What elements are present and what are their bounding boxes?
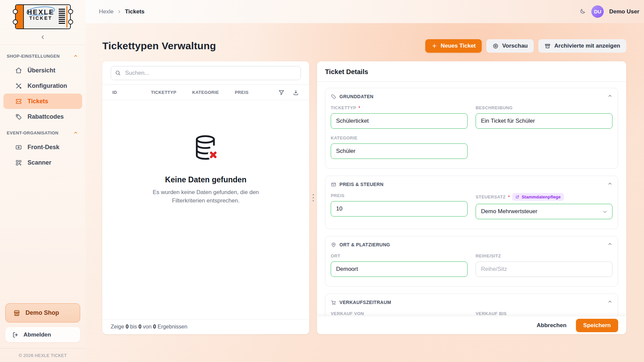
- sidebar-item-front-desk[interactable]: Front-Desk: [3, 139, 82, 155]
- archive-icon: [544, 43, 551, 49]
- download-icon[interactable]: [292, 89, 299, 96]
- cancel-button[interactable]: Abbrechen: [537, 322, 567, 329]
- app-window: HEXLE TICKET SHOP-EINSTELLUNGEN Übersich…: [0, 0, 644, 362]
- logout-button[interactable]: Abmelden: [5, 327, 80, 342]
- section-ort-platzierung: ORT & PLATZIERUNG ORT: [325, 236, 618, 287]
- column-preis[interactable]: PREIS: [235, 90, 249, 95]
- sidebar-item-label: Rabattcodes: [28, 113, 64, 120]
- section-title: GRUNDDATEN: [339, 94, 374, 99]
- breadcrumb: Hexle Tickets: [99, 8, 145, 15]
- kategorie-input[interactable]: [331, 143, 468, 159]
- chevron-up-icon[interactable]: [73, 130, 78, 135]
- sidebar: HEXLE TICKET SHOP-EINSTELLUNGEN Übersich…: [0, 0, 86, 362]
- sidebar-section-shop[interactable]: SHOP-EINSTELLUNGEN: [0, 54, 86, 59]
- section-title: ORT & PLATZIERUNG: [339, 242, 390, 247]
- sidebar-item-uebersicht[interactable]: Übersicht: [3, 63, 82, 78]
- sidebar-item-scanner[interactable]: Scanner: [3, 155, 82, 170]
- required-mark: *: [359, 105, 360, 110]
- panel-resize-handle[interactable]: [309, 61, 317, 334]
- preview-button[interactable]: Vorschau: [486, 39, 534, 53]
- user-name[interactable]: Demo User: [609, 8, 639, 15]
- chevron-down-icon: [602, 209, 608, 215]
- brand-logo[interactable]: HEXLE TICKET: [0, 0, 86, 29]
- empty-state: Keine Daten gefunden Es wurden keine Dat…: [102, 100, 309, 205]
- ticket-list-panel: ID TICKETTYP KATEGORIE PREIS: [102, 61, 309, 334]
- chevron-up-icon: [607, 94, 612, 99]
- tickettyp-input[interactable]: [331, 113, 468, 129]
- chevron-up-icon: [607, 181, 612, 186]
- empty-state-description: Es wurden keine Daten gefunden, die den …: [137, 188, 275, 205]
- chevron-right-icon: [117, 9, 121, 14]
- barcode-graphic: [59, 9, 65, 25]
- sidebar-item-label: Front-Desk: [28, 144, 59, 151]
- ort-input[interactable]: [331, 261, 468, 277]
- sidebar-item-label: Konfiguration: [28, 82, 67, 89]
- ticket-details-panel: Ticket Details GRUNDDATEN: [317, 61, 626, 334]
- copyright-text: © 2026 HEXLE TICKET: [0, 348, 86, 362]
- content-area: Tickettypen Verwaltung Neues Ticket Vors…: [86, 23, 644, 362]
- filter-icon[interactable]: [278, 89, 285, 96]
- ticket-logo-graphic: HEXLE TICKET: [15, 4, 71, 29]
- sidebar-section-label: SHOP-EINSTELLUNGEN: [7, 54, 60, 59]
- collapse-section-button[interactable]: [607, 242, 612, 248]
- section-preis-steuern: PREIS & STEUERN PREIS: [325, 176, 618, 229]
- wallet-icon: [331, 182, 336, 187]
- page-title: Tickettypen Verwaltung: [102, 40, 216, 52]
- logo-text-line2: TICKET: [26, 16, 55, 21]
- tag-icon: [331, 94, 336, 100]
- save-button[interactable]: Speichern: [576, 319, 618, 332]
- reihe-sitz-input[interactable]: [476, 261, 612, 277]
- collapse-section-button[interactable]: [607, 299, 612, 305]
- search-input[interactable]: [111, 66, 301, 80]
- details-form: GRUNDDATEN TICKETTYP*: [317, 82, 626, 316]
- beschreibung-input[interactable]: [476, 113, 612, 129]
- column-kategorie[interactable]: KATEGORIE: [192, 90, 235, 95]
- chevron-left-icon: [40, 34, 46, 40]
- database-empty-icon: [192, 134, 220, 162]
- sidebar-section-label: EVENT-ORGANISATION: [7, 130, 58, 135]
- collapse-section-button[interactable]: [607, 181, 612, 187]
- preview-icon: [492, 43, 499, 49]
- front-desk-icon: [15, 144, 22, 151]
- sidebar-item-label: Übersicht: [28, 67, 55, 74]
- stammdatenpflege-link[interactable]: Stammdatenpflege: [512, 193, 564, 201]
- details-title: Ticket Details: [317, 61, 626, 82]
- column-id[interactable]: ID: [112, 90, 151, 95]
- map-pin-icon: [331, 242, 336, 248]
- sidebar-item-rabattcodes[interactable]: Rabattcodes: [3, 109, 82, 124]
- column-tickettyp[interactable]: TICKETTYP: [151, 90, 192, 95]
- logo-text-line1: HEXLE: [26, 8, 55, 16]
- section-verkaufszeitraum: VERKAUFSZEITRAUM VERKAUF VON: [325, 294, 618, 316]
- sidebar-section-event[interactable]: EVENT-ORGANISATION: [0, 130, 86, 135]
- tools-icon: [15, 82, 22, 89]
- sidebar-item-tickets[interactable]: Tickets: [3, 94, 82, 109]
- new-ticket-button[interactable]: Neues Ticket: [425, 39, 482, 53]
- breadcrumb-root[interactable]: Hexle: [99, 8, 113, 15]
- chevron-up-icon[interactable]: [73, 54, 78, 59]
- section-grunddaten: GRUNDDATEN TICKETTYP*: [325, 88, 618, 169]
- sidebar-collapse-button[interactable]: [0, 30, 86, 45]
- shop-switcher-button[interactable]: Demo Shop: [5, 303, 80, 322]
- collapse-section-button[interactable]: [607, 94, 612, 100]
- section-title: PREIS & STEUERN: [339, 182, 383, 187]
- show-archived-button[interactable]: Archivierte mit anzeigen: [538, 39, 626, 53]
- table-header: ID TICKETTYP KATEGORIE PREIS: [102, 85, 309, 100]
- storefront-icon: [13, 309, 20, 317]
- home-icon: [15, 67, 22, 74]
- scanner-icon: [15, 159, 22, 166]
- plus-icon: [431, 43, 437, 49]
- breadcrumb-current: Tickets: [125, 8, 144, 15]
- sidebar-item-konfiguration[interactable]: Konfiguration: [3, 78, 82, 94]
- topbar: Hexle Tickets DU Demo User: [86, 0, 644, 23]
- external-link-icon: [515, 195, 520, 199]
- preis-input[interactable]: [331, 201, 468, 217]
- dark-mode-toggle[interactable]: [579, 8, 586, 15]
- empty-state-title: Keine Daten gefunden: [102, 175, 309, 184]
- shop-name: Demo Shop: [25, 309, 59, 316]
- logout-icon: [12, 331, 19, 338]
- chevron-up-icon: [607, 242, 612, 247]
- details-footer: Abbrechen Speichern: [317, 316, 626, 334]
- section-title: VERKAUFSZEITRAUM: [339, 300, 391, 305]
- avatar[interactable]: DU: [591, 5, 604, 18]
- steuersatz-select[interactable]: Demo Mehrwertsteuer: [476, 204, 612, 219]
